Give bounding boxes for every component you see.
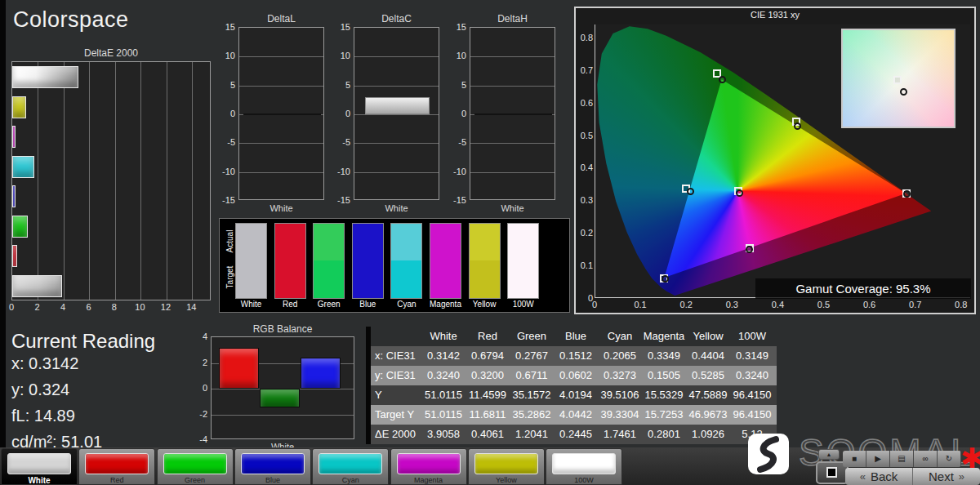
axis-tick-label: 0 [214,109,235,118]
white-actual-marker [736,189,743,197]
back-next-nav: « Back Next » [845,468,980,485]
target-swatch [508,260,538,298]
table-cell: 4.0442 [554,405,598,425]
row-label: y: CIE31 [371,366,421,385]
target-swatch [430,260,461,298]
blue-actual-marker [662,275,669,283]
table-cell: 0.3240 [421,366,466,385]
actual-row-label: Actual [225,223,234,260]
table-cell: 0.5285 [686,366,730,385]
axis-tick-label: -15 [214,195,235,205]
target-swatch [275,260,305,298]
deltal-zero-bar [243,113,321,115]
axis-tick-label: 15 [445,22,466,32]
page-icon[interactable]: ▤ [890,451,914,467]
axis-tick-label: 4 [55,302,71,312]
rgb-balance-plot-area [211,336,354,439]
axis-tick-label: 15 [329,22,350,32]
gridline [354,143,439,144]
axis-tick-label: 0.6 [577,98,593,108]
axis-tick-label: 6 [80,302,96,312]
swatch-label: Yellow [466,300,504,309]
tab-blue[interactable]: Blue [234,448,311,485]
axis-tick-label: 0 [3,302,20,312]
actual-swatch [470,224,500,260]
swatch-label: 100W [504,300,542,309]
eject-button[interactable]: ▲ [818,449,840,460]
deltah-title: DeltaH [470,13,555,24]
gridline [354,114,439,115]
gridline [239,56,323,57]
axis-tick-label: 0.3 [722,300,742,309]
axis-tick-label: -2 [186,409,207,419]
deltae2000-chart-title: DeltaE 2000 [11,47,211,59]
swatch-label: Cyan [387,300,425,309]
axis-tick-label: 12 [158,302,174,312]
deltac-bar [365,97,430,114]
stop-icon[interactable]: ■ [843,451,866,467]
tab-magenta[interactable]: Magenta [390,448,467,485]
axis-tick-label: 0.5 [813,300,833,309]
tab-color-swatch [163,453,227,474]
tab-100w[interactable]: 100W [546,448,622,485]
gridline [212,415,354,416]
axis-tick-label: 5 [329,80,350,90]
tab-color-swatch [552,453,616,474]
deltae-bar-white [12,275,62,297]
deltae2000-chart: DeltaE 2000 02468101214 [11,47,211,317]
table-cell: 0.3273 [598,366,642,385]
axis-tick-label: 10 [214,51,235,60]
axis-tick-label: -5 [445,137,466,147]
whitepoint-zoom-inset [841,29,956,128]
swatch-column-blue [353,224,383,298]
chevron-left-icon: « [860,470,866,483]
gridline [354,86,439,87]
axis-tick-label: -4 [186,434,207,444]
table-cell: 46.9673 [686,405,730,425]
axis-tick-label: 5 [445,80,466,90]
actual-swatch [353,224,383,260]
reading-line: x: 0.3142 [11,354,78,373]
tab-color-swatch [474,453,538,474]
axis-tick-label: 2 [29,302,45,312]
table-cell: 3.9058 [421,425,466,444]
next-button[interactable]: Next » [912,468,980,485]
axis-tick-label: 10 [445,51,466,60]
tab-cyan[interactable]: Cyan [312,448,389,485]
target-row-label: Target [225,259,234,296]
play-icon[interactable]: ▶ [866,451,890,467]
table-cell: 0.1505 [642,366,686,385]
history-icon[interactable]: ↻ [938,451,961,467]
tab-yellow[interactable]: Yellow [468,448,545,485]
swatch-label: Green [310,300,348,309]
gridline [140,62,141,300]
magenta-actual-marker [746,246,753,253]
table-cell: 0.2445 [554,425,598,444]
table-cell: 51.0115 [421,385,466,405]
tab-red[interactable]: Red [78,448,155,485]
current-reading-title: Current Reading [11,330,155,353]
target-swatch [391,260,421,298]
deltae-bar-100w [12,66,78,88]
table-cell: 1.0926 [686,425,730,444]
delta-chart-deltal: DeltaL151050-5-10-15White [214,13,333,222]
tab-white[interactable]: White [1,448,78,485]
deltal-x-label: White [238,203,324,213]
deltae2000-plot-area [11,61,211,300]
table-row: Target Y51.011511.681135.28624.044239.33… [371,405,777,425]
table-cell: 0.3149 [730,346,774,366]
table-row: x: CIE310.31420.67940.27670.15120.20650.… [371,346,777,366]
whitepoint-target-marker [893,76,902,84]
table-cell: 0.2801 [642,425,686,444]
infinity-icon[interactable]: ∞ [914,451,938,467]
gridline [239,172,323,173]
row-label: x: CIE31 [371,346,421,366]
colorspace-screen: Colorspace DeltaE 2000 02468101214 Delta… [0,0,980,485]
table-cell: 0.0602 [554,366,598,385]
table-cell: 35.2862 [510,405,554,425]
deltae-bar-magenta [12,126,16,148]
tab-green[interactable]: Green [157,448,234,485]
table-cell: 0.1512 [554,346,598,366]
back-button[interactable]: « Back [845,468,912,485]
gamut-coverage-value: 95.3% [896,282,931,296]
